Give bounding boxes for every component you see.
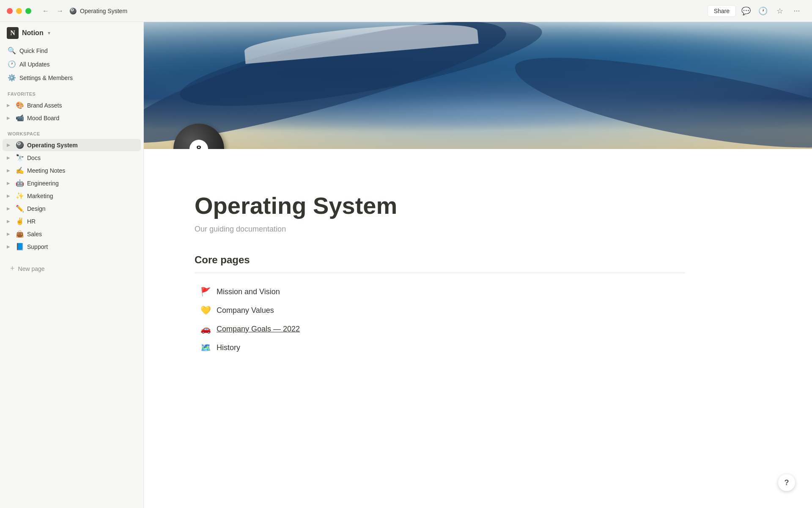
engineering-label: Engineering [27,180,137,187]
sidebar-item-meeting-notes[interactable]: ▶ ✍️ Meeting Notes [3,164,141,177]
meeting-notes-label: Meeting Notes [27,167,137,174]
chevron-right-icon: ▶ [7,155,13,160]
help-button[interactable]: ? [778,474,795,491]
sidebar-item-engineering[interactable]: ▶ 🤖 Engineering [3,177,141,189]
settings-label: Settings & Members [19,75,73,81]
history-icon[interactable]: 🕐 [756,4,770,18]
titlebar-actions: Share 💬 🕐 ☆ ··· [708,4,804,18]
hr-label: HR [27,218,137,225]
quick-find-label: Quick Find [19,47,48,54]
traffic-lights [7,8,31,14]
sidebar-item-sales[interactable]: ▶ 👜 Sales [3,228,141,240]
favorites-section-label: FAVORITES [0,85,143,99]
share-button[interactable]: Share [708,5,736,17]
mood-board-label: Mood Board [27,115,137,121]
workspace-chevron-icon: ▾ [48,30,50,36]
chevron-right-icon: ▶ [7,143,13,147]
titlebar-page-name: Operating System [80,8,127,14]
favorite-icon[interactable]: ☆ [773,4,787,18]
chevron-right-icon: ▶ [7,103,13,108]
sales-icon: 👜 [15,230,25,238]
search-icon: 🔍 [8,47,16,55]
operating-system-icon: 🎱 [15,141,25,149]
sidebar-item-design[interactable]: ▶ ✏️ Design [3,202,141,215]
sales-label: Sales [27,231,137,237]
app-body: N Notion ▾ 🔍 Quick Find 🕐 All Updates ⚙️… [0,22,812,508]
company-values-label: Company Values [217,306,274,315]
comments-icon[interactable]: 💬 [739,4,753,18]
page-subtitle: Our guiding documentation [195,225,685,234]
sidebar-item-docs[interactable]: ▶ 🔭 Docs [3,152,141,164]
sidebar-item-quick-find[interactable]: 🔍 Quick Find [3,44,140,57]
chevron-right-icon: ▶ [7,181,13,185]
core-page-history[interactable]: 🗺️ History [195,339,685,356]
sidebar: N Notion ▾ 🔍 Quick Find 🕐 All Updates ⚙️… [0,22,144,508]
section-divider [195,273,685,273]
sidebar-item-operating-system[interactable]: ▶ 🎱 Operating System [3,139,141,151]
chevron-right-icon: ▶ [7,168,13,173]
titlebar-page-icon: 🎱 [69,8,77,14]
clock-icon: 🕐 [8,60,16,68]
history-label: History [217,343,240,352]
workspace-section-label: WORKSPACE [0,124,143,139]
chevron-right-icon: ▶ [7,244,13,249]
chevron-right-icon: ▶ [7,232,13,236]
plus-icon: + [10,264,15,273]
new-page-button[interactable]: + New page [6,262,137,276]
core-pages-section-title: Core pages [195,254,685,266]
sidebar-item-hr[interactable]: ▶ ✌️ HR [3,215,141,227]
page-body: Operating System Our guiding documentati… [144,149,736,390]
company-goals-icon: 🚗 [200,324,211,334]
brand-assets-label: Brand Assets [27,102,137,109]
sidebar-footer: + New page [0,257,143,280]
chevron-right-icon: ▶ [7,116,13,120]
sidebar-nav: 🔍 Quick Find 🕐 All Updates ⚙️ Settings &… [0,44,143,85]
nav-buttons: ← → [40,5,66,17]
workspace-header[interactable]: N Notion ▾ [0,22,143,44]
marketing-icon: ✨ [15,192,25,200]
hero-image [144,22,812,149]
mood-board-icon: 📹 [15,114,25,122]
workspace-name: Notion [22,29,44,37]
titlebar: ← → 🎱 Operating System Share 💬 🕐 ☆ ··· [0,0,812,22]
maximize-button[interactable] [25,8,31,14]
docs-label: Docs [27,155,137,161]
core-pages-list: 🚩 Mission and Vision 💛 Company Values 🚗 … [195,283,685,356]
back-button[interactable]: ← [40,5,52,17]
support-label: Support [27,243,137,250]
window: ← → 🎱 Operating System Share 💬 🕐 ☆ ··· N… [0,0,812,508]
sidebar-item-brand-assets[interactable]: ▶ 🎨 Brand Assets [3,99,141,111]
mission-vision-label: Mission and Vision [217,287,280,296]
eight-ball-icon [173,124,224,149]
chevron-right-icon: ▶ [7,193,13,198]
notion-logo: N [7,27,19,39]
page-title: Operating System [195,191,685,220]
design-label: Design [27,205,137,212]
history-icon: 🗺️ [200,342,211,353]
design-icon: ✏️ [15,204,25,213]
page-icon-wrapper [173,124,224,149]
operating-system-label: Operating System [27,142,137,149]
forward-button[interactable]: → [54,5,66,17]
main-content: Operating System Our guiding documentati… [144,22,812,508]
sidebar-item-support[interactable]: ▶ 📘 Support [3,240,141,253]
more-options-icon[interactable]: ··· [790,4,804,18]
close-button[interactable] [7,8,13,14]
marketing-label: Marketing [27,193,137,199]
sidebar-item-all-updates[interactable]: 🕐 All Updates [3,58,140,71]
gear-icon: ⚙️ [8,74,16,82]
minimize-button[interactable] [16,8,22,14]
core-page-company-values[interactable]: 💛 Company Values [195,302,685,319]
chevron-right-icon: ▶ [7,206,13,211]
core-page-mission-vision[interactable]: 🚩 Mission and Vision [195,283,685,300]
titlebar-title: 🎱 Operating System [69,8,127,14]
mission-vision-icon: 🚩 [200,287,211,297]
sidebar-item-mood-board[interactable]: ▶ 📹 Mood Board [3,112,141,124]
all-updates-label: All Updates [19,61,50,68]
sidebar-item-settings[interactable]: ⚙️ Settings & Members [3,71,140,84]
sidebar-item-marketing[interactable]: ▶ ✨ Marketing [3,190,141,202]
chevron-right-icon: ▶ [7,219,13,224]
meeting-notes-icon: ✍️ [15,166,25,174]
hr-icon: ✌️ [15,217,25,225]
core-page-company-goals[interactable]: 🚗 Company Goals — 2022 [195,320,685,337]
